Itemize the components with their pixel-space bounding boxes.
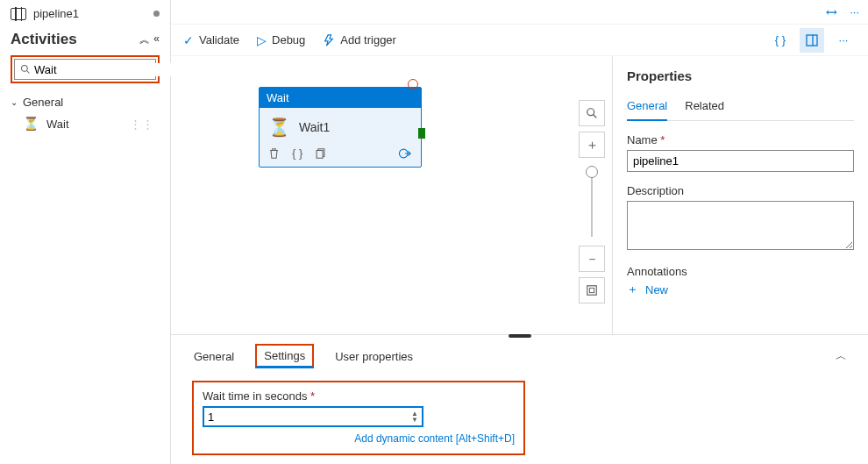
node-header: Wait <box>260 88 421 108</box>
node-status-icon <box>408 79 418 89</box>
add-trigger-label: Add trigger <box>340 33 396 46</box>
search-icon <box>20 64 31 75</box>
category-general[interactable]: ⌄ General <box>11 92 160 112</box>
debug-button[interactable]: ▷ Debug <box>257 33 305 47</box>
activities-heading: Activities <box>11 31 77 48</box>
annotations-label: Annotations <box>627 265 854 278</box>
hourglass-icon: ⏳ <box>23 116 39 132</box>
toolbar-more-button[interactable]: ··· <box>831 28 856 53</box>
description-input[interactable] <box>627 201 854 250</box>
delete-icon[interactable] <box>268 147 280 160</box>
activity-item-label: Wait <box>46 118 69 131</box>
wait-time-input-wrap[interactable]: ▲▼ <box>203 406 423 427</box>
properties-title: Properties <box>627 68 854 83</box>
validate-label: Validate <box>199 33 239 46</box>
bottom-tab-settings[interactable]: Settings <box>255 344 314 368</box>
svg-rect-4 <box>317 150 323 158</box>
wait-time-input[interactable] <box>208 410 411 424</box>
play-icon: ▷ <box>257 33 267 47</box>
more-icon[interactable]: ··· <box>850 5 859 18</box>
code-view-button[interactable]: { } <box>768 28 793 53</box>
hourglass-icon: ⏳ <box>268 117 290 138</box>
collapse-all-icon[interactable]: ︽ <box>139 32 150 47</box>
settings-highlight: Wait time in seconds * ▲▼ Add dynamic co… <box>192 381 525 455</box>
add-dynamic-content-link[interactable]: Add dynamic content [Alt+Shift+D] <box>203 432 515 445</box>
zoom-thumb[interactable] <box>586 166 598 178</box>
properties-tab-related[interactable]: Related <box>685 96 724 120</box>
zoom-slider[interactable] <box>591 167 593 237</box>
bottom-tab-general[interactable]: General <box>192 346 236 367</box>
name-input[interactable] <box>627 150 854 172</box>
pipeline-tab[interactable]: pipeline1 <box>11 7 160 20</box>
svg-point-0 <box>22 66 28 72</box>
zoom-out-button[interactable]: － <box>579 246 605 272</box>
pipeline-icon <box>11 8 26 20</box>
expand-icon[interactable]: ⤢ <box>822 2 842 22</box>
wait-activity-node[interactable]: Wait ⏳ Wait1 { } <box>259 87 422 168</box>
activities-search-input[interactable] <box>34 63 181 76</box>
svg-point-6 <box>587 109 594 116</box>
zoom-in-button[interactable]: ＋ <box>579 132 605 158</box>
plus-icon: ＋ <box>627 282 638 297</box>
svg-rect-8 <box>587 286 597 296</box>
debug-label: Debug <box>272 33 305 46</box>
properties-tab-general[interactable]: General <box>627 96 667 121</box>
node-title: Wait1 <box>299 120 330 134</box>
pipeline-canvas[interactable]: Wait ⏳ Wait1 { } <box>171 56 572 334</box>
search-highlight <box>11 55 160 83</box>
add-trigger-button[interactable]: Add trigger <box>323 33 396 46</box>
svg-rect-2 <box>807 35 817 46</box>
wait-time-label: Wait time in seconds * <box>203 389 515 403</box>
name-field-label: Name * <box>627 133 854 146</box>
chevron-down-icon: ⌄ <box>11 97 18 107</box>
collapse-bottom-icon[interactable]: ︿ <box>836 348 847 364</box>
number-spinner[interactable]: ▲▼ <box>411 410 418 423</box>
zoom-fit-button[interactable] <box>579 277 605 303</box>
description-field-label: Description <box>627 184 854 197</box>
node-output-port[interactable] <box>418 128 425 139</box>
copy-icon[interactable] <box>315 147 326 160</box>
add-annotation-button[interactable]: ＋ New <box>627 282 854 297</box>
svg-line-1 <box>27 71 30 74</box>
resize-handle[interactable] <box>509 334 531 338</box>
goto-icon[interactable] <box>398 147 412 160</box>
category-label: General <box>23 96 63 109</box>
trigger-icon <box>323 34 335 46</box>
activity-item-wait[interactable]: ⏳ Wait ⋮⋮ <box>11 112 160 135</box>
pipeline-tab-title: pipeline1 <box>33 7 79 20</box>
drag-grip-icon: ⋮⋮ <box>130 118 154 131</box>
svg-line-7 <box>594 115 597 118</box>
add-annotation-label: New <box>645 283 668 296</box>
bottom-tab-user-properties[interactable]: User properties <box>333 346 415 367</box>
svg-rect-9 <box>589 288 594 292</box>
code-icon[interactable]: { } <box>292 146 302 160</box>
dirty-indicator-icon <box>153 11 160 17</box>
properties-toggle-button[interactable] <box>800 28 824 53</box>
activities-search[interactable] <box>14 59 156 80</box>
collapse-panel-icon[interactable]: « <box>153 32 160 47</box>
validate-button[interactable]: ✓ Validate <box>183 33 239 47</box>
check-icon: ✓ <box>183 33 194 47</box>
zoom-search-button[interactable] <box>579 100 605 126</box>
